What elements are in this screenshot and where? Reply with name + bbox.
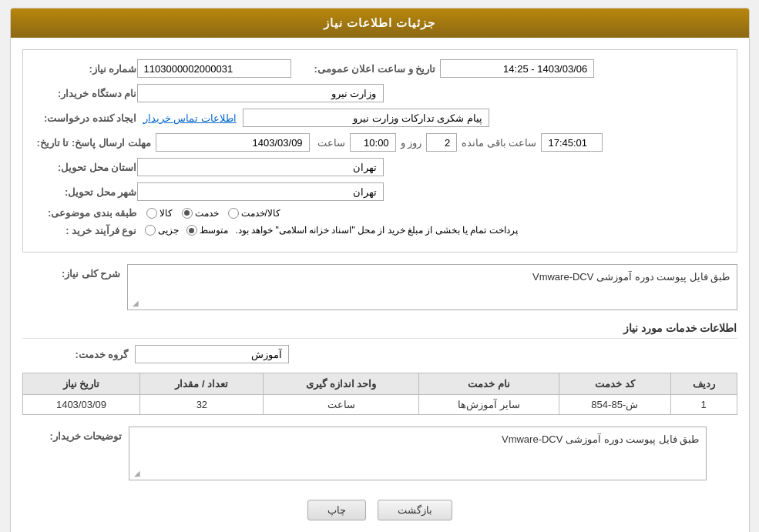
- buyer-desc-resize[interactable]: ◢: [131, 469, 140, 478]
- need-description-value: طبق فایل پیوست دوره آموزشی Vmware-DCV: [532, 271, 730, 283]
- cell-unit: ساعت: [264, 395, 419, 415]
- deadline-remaining-label: ساعت باقی مانده: [462, 137, 536, 149]
- category-kala-radio[interactable]: [146, 208, 157, 219]
- city-label: شهر محل تحویل:: [37, 186, 137, 198]
- need-number-label: شماره نیاز:: [37, 63, 137, 75]
- city-row: تهران شهر محل تحویل:: [31, 182, 729, 201]
- creator-label: ایجاد کننده درخواست:: [37, 112, 137, 124]
- need-description-section: طبق فایل پیوست دوره آموزشی Vmware-DCV ◢ …: [22, 264, 737, 310]
- announce-datetime-value: 1403/03/06 - 14:25: [440, 59, 594, 78]
- cell-quantity: 32: [140, 395, 264, 415]
- service-group-value: آموزش: [135, 345, 289, 363]
- purchase-type-partial[interactable]: جزیی: [145, 225, 179, 236]
- cell-need-date: 1403/03/09: [22, 395, 140, 415]
- contact-link[interactable]: اطلاعات تماس خریدار: [143, 112, 237, 124]
- col-need-date: تاریخ نیاز: [22, 373, 140, 395]
- category-row: کالا/خدمت خدمت کالا طبقه بندی موضوعی:: [31, 207, 729, 219]
- deadline-label: مهلت ارسال پاسخ: تا تاریخ:: [37, 137, 151, 149]
- buttons-row: بازگشت چاپ: [22, 492, 737, 528]
- content-area: 1403/03/06 - 14:25 تاریخ و ساعت اعلان عم…: [11, 38, 749, 532]
- table-row: 1 ش-85-854 سایر آموزش‌ها ساعت 32 1403/03…: [22, 395, 737, 415]
- resize-corner[interactable]: ◢: [129, 299, 139, 308]
- buyer-description-row: طبق فایل پیوست دوره آموزشی Vmware-DCV ◢ …: [22, 427, 737, 480]
- category-khidmat-radio[interactable]: [182, 208, 193, 219]
- province-value: تهران: [137, 158, 384, 176]
- services-table: ردیف کد خدمت نام خدمت واحد اندازه گیری ت…: [22, 373, 737, 415]
- category-kala-khidmat[interactable]: کالا/خدمت: [228, 208, 280, 219]
- deadline-days-label: روز و: [401, 137, 422, 149]
- province-label: استان محل تحویل:: [37, 162, 137, 173]
- deadline-time-value: 10:00: [350, 133, 396, 152]
- deadline-days-value: 2: [426, 133, 457, 152]
- need-description-box: طبق فایل پیوست دوره آموزشی Vmware-DCV ◢: [127, 264, 737, 310]
- service-group-row: آموزش گروه خدمت:: [22, 345, 737, 363]
- creator-value: پیام شکری تدارکات وزارت نیرو: [243, 109, 489, 127]
- need-number-row: 1403/03/06 - 14:25 تاریخ و ساعت اعلان عم…: [31, 59, 729, 78]
- category-khidmat[interactable]: خدمت: [182, 208, 219, 219]
- purchase-type-description: پرداخت تمام یا بخشی از مبلغ خرید از محل …: [236, 225, 518, 236]
- category-kala-khidmat-radio[interactable]: [228, 208, 239, 219]
- purchase-type-label: نوع فرآیند خرید :: [37, 225, 137, 236]
- col-quantity: تعداد / مقدار: [140, 373, 264, 395]
- province-row: تهران استان محل تحویل:: [31, 158, 729, 176]
- buyer-org-value: وزارت نیرو: [137, 84, 384, 102]
- page-header: جزئیات اطلاعات نیاز: [11, 8, 749, 38]
- deadline-time-label: ساعت: [317, 137, 345, 149]
- purchase-type-medium-radio[interactable]: [186, 225, 197, 236]
- buyer-desc-label: توضیحات خریدار:: [22, 427, 123, 442]
- announce-datetime-group: 1403/03/06 - 14:25 تاریخ و ساعت اعلان عم…: [314, 59, 595, 78]
- cell-service-code: ش-85-854: [559, 395, 670, 415]
- main-container: جزئیات اطلاعات نیاز 1403/03/06 - 14:25 ت…: [10, 8, 750, 532]
- col-service-code: کد خدمت: [559, 373, 670, 395]
- category-radio-group: کالا/خدمت خدمت کالا: [146, 208, 280, 219]
- col-service-name: نام خدمت: [418, 373, 559, 395]
- header-title: جزئیات اطلاعات نیاز: [324, 16, 435, 29]
- services-section-title: اطلاعات خدمات مورد نیاز: [22, 322, 737, 339]
- purchase-type-row: پرداخت تمام یا بخشی از مبلغ خرید از محل …: [31, 225, 729, 236]
- deadline-remaining-value: 17:45:01: [541, 133, 603, 152]
- cell-rownum: 1: [670, 395, 737, 415]
- print-button[interactable]: چاپ: [307, 500, 366, 520]
- purchase-type-options: متوسط جزیی: [145, 225, 228, 236]
- cell-service-name: سایر آموزش‌ها: [418, 395, 559, 415]
- col-unit: واحد اندازه گیری: [264, 373, 419, 395]
- deadline-row: 17:45:01 ساعت باقی مانده 2 روز و 10:00 س…: [31, 133, 729, 152]
- buyer-description-box: طبق فایل پیوست دوره آموزشی Vmware-DCV ◢: [129, 427, 707, 480]
- announce-datetime-label: تاریخ و ساعت اعلان عمومی:: [314, 63, 436, 75]
- form-section: 1403/03/06 - 14:25 تاریخ و ساعت اعلان عم…: [22, 49, 737, 253]
- purchase-type-partial-radio[interactable]: [145, 225, 156, 236]
- city-value: تهران: [137, 182, 384, 201]
- service-group-label: گروه خدمت:: [29, 349, 129, 360]
- buyer-org-row: وزارت نیرو نام دستگاه خریدار:: [31, 84, 729, 102]
- purchase-type-medium[interactable]: متوسط: [186, 225, 228, 236]
- back-button[interactable]: بازگشت: [378, 500, 452, 520]
- col-rownum: ردیف: [670, 373, 737, 395]
- creator-row: پیام شکری تدارکات وزارت نیرو اطلاعات تما…: [31, 109, 729, 127]
- buyer-desc-value: طبق فایل پیوست دوره آموزشی Vmware-DCV: [502, 433, 700, 445]
- buyer-org-label: نام دستگاه خریدار:: [37, 88, 137, 99]
- need-number-value: 1103000002000031: [137, 59, 291, 78]
- deadline-date-value: 1403/03/09: [156, 133, 310, 152]
- category-kala[interactable]: کالا: [146, 208, 173, 219]
- need-description-label: شرح کلی نیاز:: [29, 264, 121, 279]
- category-label: طبقه بندی موضوعی:: [37, 207, 137, 219]
